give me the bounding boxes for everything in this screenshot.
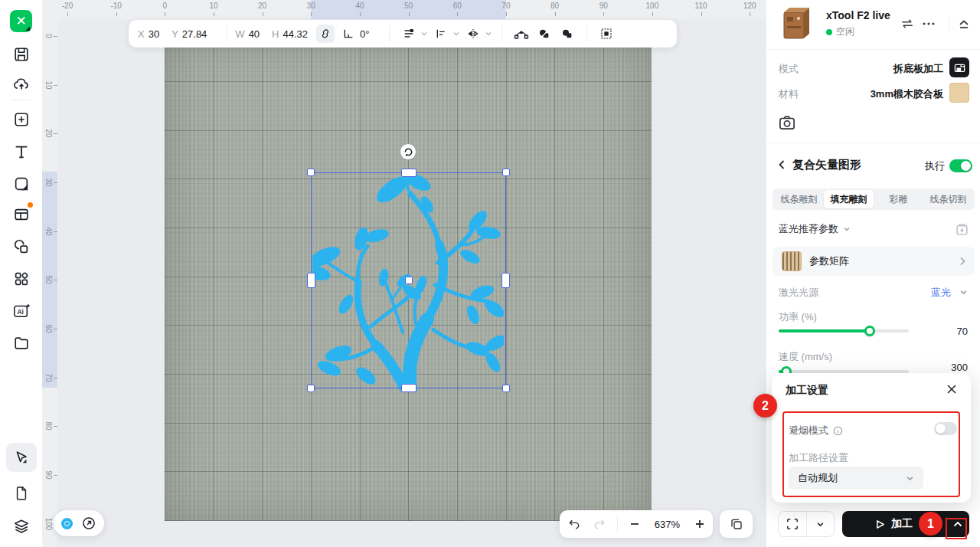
save-params-icon[interactable]	[956, 223, 969, 236]
device-thumbnail	[779, 6, 812, 43]
ruler-left-label: 50	[44, 276, 53, 284]
selection-handle-e[interactable]	[501, 273, 510, 288]
camera-icon[interactable]	[779, 115, 795, 130]
ruler-left: 0102030405060708090100	[42, 19, 57, 547]
tab-relief[interactable]: 彩雕	[874, 190, 923, 208]
process-label: 加工	[891, 517, 913, 531]
mode-value[interactable]: 拆底板加工	[893, 62, 943, 76]
zoom-level[interactable]: 637%	[651, 519, 683, 530]
close-icon[interactable]	[945, 382, 959, 396]
chevron-down-icon[interactable]	[485, 28, 492, 40]
arrange-icon[interactable]	[400, 25, 418, 43]
pages-button[interactable]	[720, 510, 753, 538]
smoke-mode-toggle[interactable]	[934, 422, 957, 435]
lock-ratio-icon[interactable]	[316, 25, 335, 43]
folder-icon[interactable]	[6, 329, 37, 358]
chevron-down-icon[interactable]	[843, 225, 851, 233]
selection-handle-ne[interactable]	[502, 169, 510, 176]
xtool-logo[interactable]: ✕	[10, 10, 32, 32]
y-value[interactable]: 27.84	[182, 28, 207, 40]
ruler-left-label: 10	[44, 80, 53, 89]
x-value[interactable]: 30	[149, 28, 159, 40]
angle-value[interactable]: 0°	[360, 28, 369, 40]
h-value[interactable]: 44.32	[283, 28, 309, 40]
shape-icon[interactable]	[6, 169, 37, 198]
selection-handle-n[interactable]	[401, 169, 416, 177]
zoom-in-icon[interactable]	[694, 519, 705, 529]
outline-icon[interactable]	[597, 25, 616, 43]
path-planning-dropdown[interactable]: 自动规划	[789, 467, 923, 490]
ai-icon[interactable]: Ai	[6, 296, 37, 326]
template-icon[interactable]	[6, 200, 37, 229]
ruler-left-label: 60	[44, 324, 53, 332]
save-icon[interactable]	[6, 40, 37, 69]
switch-device-icon[interactable]	[899, 16, 916, 31]
chevron-down-icon[interactable]	[452, 28, 460, 40]
weld-icon[interactable]	[535, 25, 554, 43]
mode-icon[interactable]	[949, 57, 969, 77]
undo-icon[interactable]	[567, 518, 581, 530]
ruler-top-label: -20	[62, 2, 73, 10]
chevron-down-icon[interactable]	[420, 28, 428, 40]
material-swatch[interactable]	[949, 83, 969, 103]
more-options-icon[interactable]	[920, 16, 937, 31]
collapse-panel-icon[interactable]	[956, 16, 972, 31]
laser-source-value[interactable]: 蓝光	[931, 286, 951, 300]
text-icon[interactable]	[6, 137, 37, 166]
parameter-matrix-row[interactable]: 参数矩阵	[773, 247, 975, 276]
speed-value[interactable]: 300	[951, 362, 968, 373]
layers-icon[interactable]	[6, 512, 37, 541]
w-label: W	[235, 28, 244, 40]
edit-nodes-icon[interactable]	[512, 25, 531, 43]
status-text: 空闲	[836, 25, 854, 38]
tab-line-engrave[interactable]: 线条雕刻	[774, 190, 824, 208]
page-icon[interactable]	[6, 479, 37, 508]
ruler-tick	[54, 36, 57, 37]
recommend-label[interactable]: 蓝光推荐参数	[779, 222, 838, 236]
selection-handle-se[interactable]	[502, 385, 510, 392]
insert-icon[interactable]	[6, 105, 37, 134]
goto-origin-icon[interactable]	[81, 516, 96, 531]
selection-center-handle[interactable]	[405, 277, 413, 284]
selection-handle-sw[interactable]	[307, 385, 315, 392]
device-status: 空闲	[826, 25, 854, 38]
selection-handle-w[interactable]	[307, 273, 315, 288]
apps-grid-icon[interactable]	[6, 264, 37, 293]
live-view-dot-icon[interactable]	[61, 518, 73, 529]
w-value[interactable]: 40	[249, 28, 260, 40]
process-expand-button[interactable]	[946, 521, 969, 527]
y-label: Y	[172, 28, 178, 40]
ruler-tick	[214, 12, 214, 16]
divider	[617, 516, 618, 532]
select-tool-icon[interactable]	[6, 443, 37, 472]
zoom-out-icon[interactable]	[629, 519, 640, 529]
power-slider-thumb[interactable]	[864, 326, 875, 336]
selection-handle-s[interactable]	[401, 384, 416, 392]
tab-line-cut[interactable]: 线条切割	[923, 190, 973, 208]
chevron-down-icon[interactable]	[959, 288, 968, 296]
duplicate-shapes-icon[interactable]	[6, 232, 37, 261]
back-chevron-icon[interactable]	[777, 159, 786, 170]
rotate-handle[interactable]	[400, 143, 416, 160]
power-label: 功率 (%)	[779, 310, 817, 324]
power-value[interactable]: 70	[957, 326, 968, 337]
frame-dropdown-button[interactable]	[806, 512, 835, 536]
ruler-top-label: 110	[695, 2, 707, 10]
toolbar-divider	[501, 25, 502, 42]
power-slider[interactable]	[779, 329, 909, 332]
ruler-top-label: 0	[163, 2, 168, 10]
combine-icon[interactable]	[558, 25, 577, 43]
cloud-upload-icon[interactable]	[6, 70, 37, 99]
material-value[interactable]: 3mm椴木胶合板	[871, 87, 943, 101]
tab-fill-engrave[interactable]: 填充雕刻	[824, 190, 874, 208]
frame-preview-button[interactable]	[779, 512, 806, 536]
laser-source-label: 激光光源	[779, 286, 818, 300]
execute-toggle[interactable]	[949, 159, 972, 172]
flip-icon[interactable]	[464, 25, 482, 43]
info-icon[interactable]	[833, 426, 843, 436]
selection-box[interactable]	[311, 172, 506, 388]
ruler-top-label: 60	[453, 2, 462, 10]
align-icon[interactable]	[432, 25, 450, 43]
redo-icon[interactable]	[593, 518, 606, 530]
selection-handle-nw[interactable]	[307, 169, 315, 176]
